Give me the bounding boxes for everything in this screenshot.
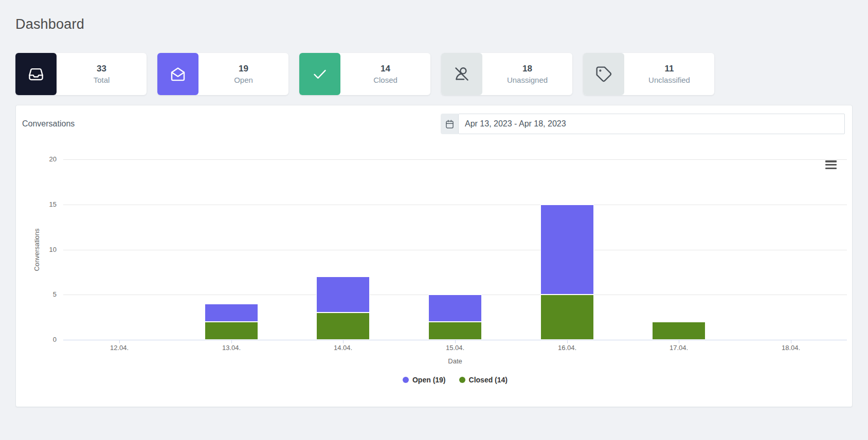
page-content: Dashboard 33 Total 19 Open 14 Closed xyxy=(0,15,868,407)
bar-segment-closed-16.04.[interactable] xyxy=(540,295,594,340)
panel-header: Conversations Apr 13, 2023 - Apr 18, 202… xyxy=(16,105,852,139)
legend-item-closed[interactable]: Closed (14) xyxy=(459,376,508,384)
stat-value: 18 xyxy=(522,64,532,74)
gridline xyxy=(63,250,847,250)
stat-value: 33 xyxy=(97,64,106,74)
bar-segment-closed-14.04.[interactable] xyxy=(316,313,370,340)
x-tick-label: 15.04. xyxy=(430,344,480,352)
x-tick-label: 12.04. xyxy=(95,344,144,352)
stats-row: 33 Total 19 Open 14 Closed 18 Unassigned xyxy=(15,53,853,95)
gridline xyxy=(63,205,847,205)
x-axis-tick xyxy=(567,340,568,343)
bar-segment-closed-13.04.[interactable] xyxy=(205,322,258,340)
x-axis-tick xyxy=(791,340,791,343)
y-tick-label: 5 xyxy=(26,290,57,299)
stat-value: 14 xyxy=(381,64,390,74)
conversations-panel: Conversations Apr 13, 2023 - Apr 18, 202… xyxy=(15,105,853,407)
stat-card-open[interactable]: 19 Open xyxy=(157,53,288,95)
hamburger-menu-icon[interactable] xyxy=(825,160,837,169)
stat-card-unassigned[interactable]: 18 Unassigned xyxy=(441,53,572,95)
user-slash-icon xyxy=(441,53,482,95)
stat-card-unclassified[interactable]: 11 Unclassified xyxy=(583,53,714,95)
calendar-icon xyxy=(441,114,458,134)
stat-value: 11 xyxy=(665,64,674,74)
stat-label: Closed xyxy=(373,76,397,84)
stat-label: Open xyxy=(234,76,253,84)
y-tick-label: 0 xyxy=(26,336,57,344)
conversations-chart: 0510152012.04.13.04.14.04.15.04.16.04.17… xyxy=(16,139,852,407)
x-tick-label: 16.04. xyxy=(542,344,592,352)
x-tick-label: 17.04. xyxy=(654,344,703,352)
x-axis-title: Date xyxy=(448,357,462,365)
x-axis-tick xyxy=(679,340,679,343)
date-range-input[interactable]: Apr 13, 2023 - Apr 18, 2023 xyxy=(458,114,845,134)
legend-dot-icon xyxy=(459,377,465,383)
y-axis-title: Conversations xyxy=(33,228,41,271)
legend-item-open[interactable]: Open (19) xyxy=(403,376,446,384)
x-axis-tick xyxy=(231,340,232,343)
tag-icon xyxy=(583,53,624,95)
x-axis-tick xyxy=(455,340,456,343)
y-tick-label: 10 xyxy=(26,246,57,254)
legend-dot-icon xyxy=(403,377,409,383)
date-range-value: Apr 13, 2023 - Apr 18, 2023 xyxy=(465,119,566,129)
chart-legend: Open (19)Closed (14) xyxy=(63,376,847,384)
bar-segment-open-15.04.[interactable] xyxy=(428,295,482,322)
x-tick-label: 18.04. xyxy=(766,344,816,352)
page-title: Dashboard xyxy=(15,15,853,33)
stat-label: Unassigned xyxy=(507,76,548,84)
bar-segment-open-14.04.[interactable] xyxy=(316,277,370,313)
stat-card-closed[interactable]: 14 Closed xyxy=(299,53,430,95)
y-tick-label: 15 xyxy=(26,200,57,209)
gridline xyxy=(63,159,847,160)
y-tick-label: 20 xyxy=(26,155,57,163)
stat-label: Unclassified xyxy=(648,76,690,84)
bar-segment-closed-17.04.[interactable] xyxy=(652,322,706,340)
bar-segment-closed-15.04.[interactable] xyxy=(428,322,482,340)
x-tick-label: 14.04. xyxy=(318,344,368,352)
x-axis-tick xyxy=(343,340,343,343)
x-tick-label: 13.04. xyxy=(207,344,256,352)
legend-label: Open (19) xyxy=(412,376,446,384)
stat-label: Total xyxy=(94,76,110,84)
stat-value: 19 xyxy=(239,64,248,74)
legend-label: Closed (14) xyxy=(469,376,508,384)
date-range-picker: Apr 13, 2023 - Apr 18, 2023 xyxy=(441,114,845,134)
bar-segment-open-16.04.[interactable] xyxy=(540,205,594,295)
bar-segment-open-13.04.[interactable] xyxy=(205,304,258,322)
check-icon xyxy=(299,53,340,95)
inbox-icon xyxy=(15,53,57,95)
stat-card-total[interactable]: 33 Total xyxy=(15,53,147,95)
x-axis-tick xyxy=(119,340,120,343)
envelope-open-icon xyxy=(157,53,198,95)
panel-title: Conversations xyxy=(22,119,75,129)
